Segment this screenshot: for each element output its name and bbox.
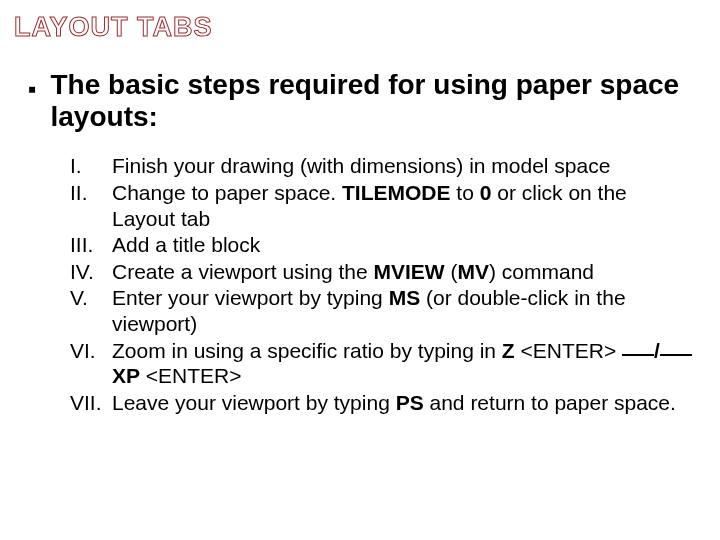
- bold-text: MV: [457, 260, 489, 283]
- intro-bullet: ▪ The basic steps required for using pap…: [28, 69, 692, 133]
- text: (: [445, 260, 458, 283]
- roman-numeral: I.: [70, 153, 112, 179]
- step-text: Finish your drawing (with dimensions) in…: [112, 153, 692, 179]
- text: and return to paper space.: [424, 391, 676, 414]
- roman-list: I. Finish your drawing (with dimensions)…: [70, 153, 692, 415]
- text: Zoom in using a specific ratio by typing…: [112, 339, 502, 362]
- roman-numeral: VI.: [70, 338, 112, 389]
- step-text: Create a viewport using the MVIEW (MV) c…: [112, 259, 692, 285]
- roman-numeral: VII.: [70, 390, 112, 416]
- roman-numeral: V.: [70, 285, 112, 336]
- text: <ENTER>: [140, 364, 242, 387]
- roman-numeral: III.: [70, 232, 112, 258]
- list-item: III. Add a title block: [70, 232, 692, 258]
- roman-numeral: II.: [70, 180, 112, 231]
- bold-text: XP: [112, 364, 140, 387]
- text: <ENTER>: [515, 339, 622, 362]
- list-item: VII. Leave your viewport by typing PS an…: [70, 390, 692, 416]
- step-text: Add a title block: [112, 232, 692, 258]
- intro-text: The basic steps required for using paper…: [51, 69, 692, 133]
- list-item: IV. Create a viewport using the MVIEW (M…: [70, 259, 692, 285]
- list-item: VI. Zoom in using a specific ratio by ty…: [70, 338, 692, 389]
- step-text: Leave your viewport by typing PS and ret…: [112, 390, 692, 416]
- slide-content: ▪ The basic steps required for using pap…: [0, 43, 720, 415]
- bold-text: MVIEW: [373, 260, 444, 283]
- text: Change to paper space.: [112, 181, 342, 204]
- text: ) command: [489, 260, 594, 283]
- step-text: Enter your viewport by typing MS (or dou…: [112, 285, 692, 336]
- blank-underline: [660, 336, 692, 356]
- bold-text: MS: [389, 286, 421, 309]
- text: Create a viewport using the: [112, 260, 373, 283]
- text: Enter your viewport by typing: [112, 286, 389, 309]
- list-item: II. Change to paper space. TILEMODE to 0…: [70, 180, 692, 231]
- square-bullet-icon: ▪: [28, 77, 37, 101]
- text: Leave your viewport by typing: [112, 391, 396, 414]
- list-item: V. Enter your viewport by typing MS (or …: [70, 285, 692, 336]
- roman-numeral: IV.: [70, 259, 112, 285]
- blank-underline: [622, 336, 654, 356]
- bold-text: TILEMODE: [342, 181, 451, 204]
- list-item: I. Finish your drawing (with dimensions)…: [70, 153, 692, 179]
- slide-title: LAYOUT TABS: [0, 0, 720, 43]
- bold-text: 0: [480, 181, 492, 204]
- step-text: Zoom in using a specific ratio by typing…: [112, 338, 692, 389]
- step-text: Change to paper space. TILEMODE to 0 or …: [112, 180, 692, 231]
- bold-text: Z: [502, 339, 515, 362]
- text: to: [451, 181, 480, 204]
- bold-text: PS: [396, 391, 424, 414]
